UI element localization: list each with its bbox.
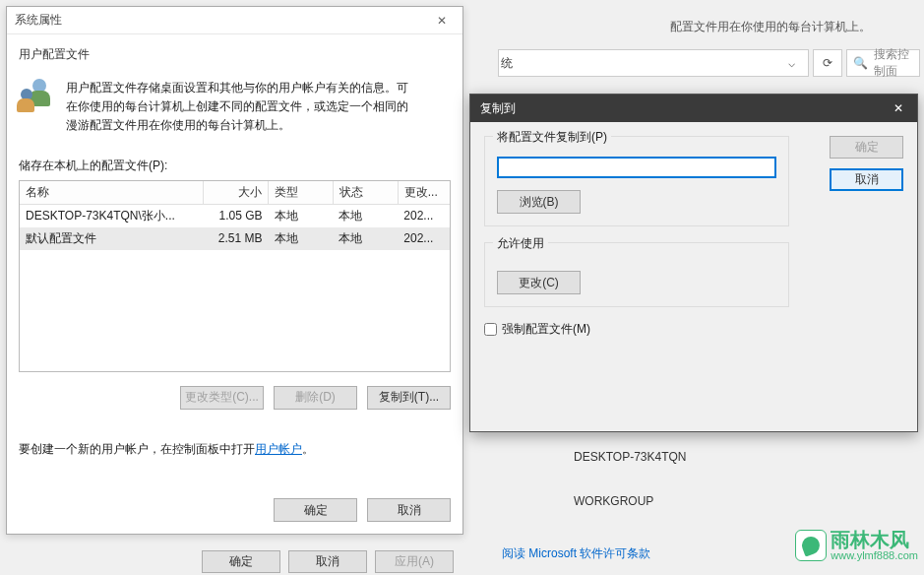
cell-type: 本地 [269, 204, 334, 227]
close-button[interactable]: ✕ [427, 11, 457, 31]
search-placeholder: 搜索控制面 [874, 46, 913, 80]
copy-target-label: 将配置文件复制到(P) [493, 129, 611, 146]
cancel-button[interactable]: 取消 [830, 168, 903, 191]
delete-button: 删除(D) [274, 386, 357, 410]
cell-type: 本地 [269, 227, 334, 250]
cancel-button[interactable]: 取消 [367, 498, 451, 522]
bg-cancel-button[interactable]: 取消 [288, 550, 367, 573]
system-properties-title: 系统属性 [7, 7, 462, 34]
table-row[interactable]: 默认配置文件 2.51 MB 本地 本地 202... [20, 227, 450, 250]
col-status[interactable]: 状态 [333, 181, 398, 205]
copy-to-dialog: 复制到 ✕ 将配置文件复制到(P) 浏览(B) 允许使用 更改(C) 强制配置文… [469, 94, 918, 432]
permit-group: 允许使用 更改(C) [484, 242, 789, 307]
col-name[interactable]: 名称 [20, 181, 204, 205]
bg-button-row: 确定 取消 应用(A) [202, 550, 454, 573]
bg-dropdown-text: 统 [501, 55, 513, 72]
close-button[interactable]: ✕ [880, 95, 917, 122]
refresh-icon: ⟳ [823, 56, 832, 70]
user-accounts-link[interactable]: 用户帐户 [255, 442, 302, 456]
create-suffix: 。 [302, 442, 314, 456]
col-size[interactable]: 大小 [204, 181, 269, 205]
watermark-logo-icon [795, 530, 827, 561]
checkbox-input[interactable] [484, 323, 497, 336]
cell-name: DESKTOP-73K4TQN\张小... [20, 204, 204, 227]
close-icon: ✕ [437, 14, 447, 28]
refresh-button[interactable]: ⟳ [813, 49, 842, 77]
bg-computer-name: DESKTOP-73K4TQN [574, 450, 686, 464]
create-account-text: 要创建一个新的用户帐户，在控制面板中打开用户帐户。 [19, 441, 451, 458]
stored-profiles-label: 储存在本机上的配置文件(P): [19, 158, 451, 174]
ok-button: 确定 [830, 136, 903, 159]
users-icon [19, 79, 56, 116]
cell-size: 2.51 MB [204, 227, 269, 250]
browse-button[interactable]: 浏览(B) [497, 190, 581, 214]
watermark-title: 雨林木风 [831, 530, 918, 549]
cell-mod: 202... [398, 204, 450, 227]
copy-to-title: 复制到 [470, 95, 917, 122]
close-icon: ✕ [893, 101, 903, 115]
table-row[interactable]: DESKTOP-73K4TQN\张小... 1.05 GB 本地 本地 202.… [20, 204, 450, 227]
bg-config-note: 配置文件用在你使用的每台计算机上。 [670, 19, 871, 35]
cell-status: 本地 [333, 204, 398, 227]
watermark: 雨林木风 www.ylmf888.com [795, 530, 918, 561]
bg-apply-button: 应用(A) [375, 550, 454, 573]
col-modified[interactable]: 更改... [398, 181, 450, 205]
create-prefix: 要创建一个新的用户帐户，在控制面板中打开 [19, 442, 255, 456]
bg-path-dropdown[interactable]: 统 ⌵ [498, 49, 809, 77]
cell-size: 1.05 GB [204, 204, 269, 227]
ok-button[interactable]: 确定 [274, 498, 357, 522]
copy-to-button[interactable]: 复制到(T)... [367, 386, 451, 410]
system-properties-window: 系统属性 ✕ 用户配置文件 用户配置文件存储桌面设置和其他与你的用户帐户有关的信… [6, 6, 463, 535]
cell-name: 默认配置文件 [20, 227, 204, 250]
bg-workgroup: WORKGROUP [574, 494, 653, 508]
change-button[interactable]: 更改(C) [497, 271, 581, 294]
search-icon: 🔍 [853, 56, 868, 70]
copy-target-group: 将配置文件复制到(P) 浏览(B) [484, 136, 789, 226]
copy-path-input[interactable] [497, 157, 776, 178]
description-text: 用户配置文件存储桌面设置和其他与你的用户帐户有关的信息。可在你使用的每台计算机上… [66, 79, 418, 136]
cell-status: 本地 [333, 227, 398, 250]
permit-label: 允许使用 [493, 235, 548, 252]
watermark-url: www.ylmf888.com [831, 549, 918, 561]
mandatory-profile-checkbox[interactable]: 强制配置文件(M) [484, 321, 789, 338]
chevron-down-icon: ⌵ [782, 56, 800, 70]
search-box[interactable]: 🔍 搜索控制面 [846, 49, 920, 77]
col-type[interactable]: 类型 [269, 181, 334, 205]
cell-mod: 202... [398, 227, 450, 250]
change-type-button: 更改类型(C)... [180, 386, 264, 410]
checkbox-label: 强制配置文件(M) [502, 321, 590, 338]
bg-license-link[interactable]: 阅读 Microsoft 软件许可条款 [502, 545, 650, 562]
user-profiles-subtitle: 用户配置文件 [19, 46, 451, 63]
profiles-table[interactable]: 名称 大小 类型 状态 更改... DESKTOP-73K4TQN\张小... … [19, 180, 451, 372]
bg-ok-button[interactable]: 确定 [202, 550, 280, 573]
